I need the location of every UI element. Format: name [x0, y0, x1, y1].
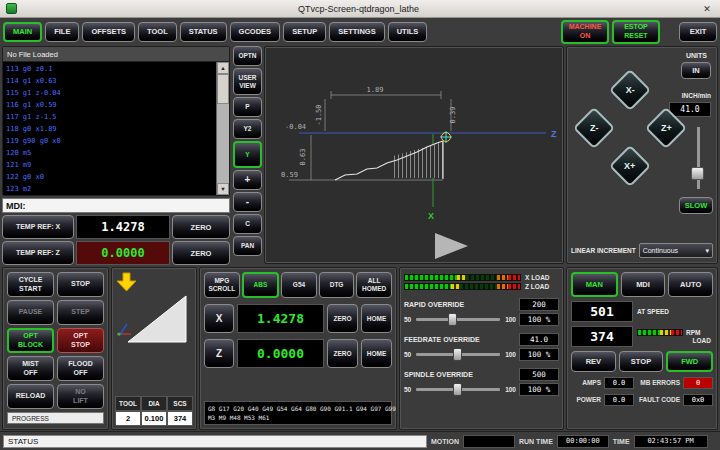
view-p-button[interactable]: P: [233, 97, 262, 117]
dtg-button[interactable]: DTG: [319, 272, 355, 298]
x-zero-button[interactable]: ZERO: [327, 304, 358, 333]
rapid-override-slider[interactable]: [414, 313, 502, 326]
exit-button[interactable]: EXIT: [679, 22, 717, 42]
estop-reset-button[interactable]: ESTOP RESET: [612, 20, 660, 44]
temp-ref-z-button[interactable]: TEMP REF: Z: [2, 241, 74, 265]
spindle-override-slider[interactable]: [414, 383, 502, 396]
scroll-up-icon[interactable]: ▲: [217, 62, 229, 74]
z-home-button[interactable]: HOME: [361, 339, 392, 368]
opt-block-button[interactable]: OPT BLOCK: [7, 328, 54, 353]
jog-x-plus-button[interactable]: X+: [609, 145, 651, 187]
tab-status[interactable]: STATUS: [180, 22, 227, 42]
slider-handle[interactable]: [453, 348, 462, 361]
scroll-down-icon[interactable]: ▼: [217, 183, 229, 195]
jog-rate-slider[interactable]: [691, 127, 705, 189]
scrollbar-track[interactable]: [217, 74, 229, 183]
temp-ref-x-button[interactable]: TEMP REF: X: [2, 215, 74, 239]
pause-button[interactable]: PAUSE: [7, 300, 54, 325]
tab-offsets[interactable]: OFFSETS: [82, 22, 135, 42]
rapid-override-value: 200: [519, 298, 559, 311]
slider-handle[interactable]: [448, 313, 457, 326]
user-view-button[interactable]: USER VIEW: [233, 68, 262, 95]
gcode-line: 117 g1 z-1.5: [6, 111, 213, 123]
all-homed-button[interactable]: ALL HOMED: [356, 272, 392, 298]
z-zero-button[interactable]: ZERO: [327, 339, 358, 368]
tab-settings[interactable]: SETTINGS: [329, 22, 385, 42]
x-axis-select-button[interactable]: X: [204, 304, 234, 333]
gcode-modal-display: G8 G17 G20 G40 G49 G54 G64 G80 G90 G91.1…: [204, 401, 392, 425]
mdi-mode-button[interactable]: MDI: [621, 272, 666, 297]
mdi-entry[interactable]: MDI:: [2, 198, 230, 213]
step-button[interactable]: STEP: [57, 300, 104, 325]
window-title: QTvcp-Screen-qtdragon_lathe: [17, 4, 700, 14]
chevron-down-icon: ▾: [705, 247, 709, 255]
zero-z-button[interactable]: ZERO: [172, 241, 230, 265]
gcode-line: 122 g0 x0: [6, 171, 213, 183]
feedrate-override-slider[interactable]: [414, 348, 502, 361]
dim-label: 1.89: [367, 86, 384, 94]
tab-gcodes[interactable]: GCODES: [230, 22, 281, 42]
tab-setup[interactable]: SETUP: [283, 22, 326, 42]
mist-button[interactable]: MIST OFF: [7, 356, 54, 381]
stop-button[interactable]: STOP: [57, 272, 104, 297]
reload-button[interactable]: RELOAD: [7, 384, 54, 409]
menubar: MAIN FILE OFFSETS TOOL STATUS GCODES SET…: [0, 18, 720, 45]
dim-label: 0.59: [281, 171, 298, 179]
spindle-reverse-button[interactable]: REV: [571, 351, 616, 372]
clear-view-button[interactable]: C: [233, 214, 262, 234]
app-icon: [6, 3, 17, 14]
slider-handle[interactable]: [453, 383, 462, 396]
manual-mode-button[interactable]: MAN: [571, 272, 618, 297]
window-close-icon[interactable]: ✕: [700, 4, 714, 14]
gcode-list[interactable]: 113 g0 z0.1 114 g1 x0.63 115 g1 z-0.04 1…: [3, 62, 229, 195]
tab-file[interactable]: FILE: [45, 22, 79, 42]
flood-button[interactable]: FLOOD OFF: [57, 356, 104, 381]
zoom-out-button[interactable]: -: [233, 192, 262, 212]
z-axis-select-button[interactable]: Z: [204, 339, 234, 368]
jog-x-minus-button[interactable]: X-: [609, 69, 651, 111]
g54-button[interactable]: G54: [281, 272, 317, 298]
tool-number-value: 2: [115, 411, 141, 426]
pan-button[interactable]: PAN: [233, 236, 262, 256]
machine-on-button[interactable]: MACHINE ON: [561, 20, 609, 44]
run-time-label: RUN TIME: [519, 438, 553, 445]
jog-z-minus-button[interactable]: Z-: [573, 107, 615, 149]
tool-table-values: 2 0.100 374: [115, 411, 193, 426]
tab-main[interactable]: MAIN: [3, 22, 42, 42]
dim-label: -1.50: [315, 104, 323, 125]
spindle-stop-button[interactable]: STOP: [619, 351, 664, 372]
dro-mode-row: MPG SCROLL ABS G54 DTG ALL HOMED: [204, 272, 392, 298]
motion-value: [463, 435, 515, 448]
spindle-forward-button[interactable]: FWD: [666, 351, 713, 372]
gcode-lines: 113 g0 z0.1 114 g1 x0.63 115 g1 z-0.04 1…: [3, 62, 216, 195]
slow-mode-button[interactable]: SLOW: [679, 197, 713, 214]
linear-increment-select[interactable]: Continuous ▾: [639, 243, 713, 258]
scrollbar-thumb[interactable]: [217, 74, 229, 104]
amps-errors-row: AMPS 0.0 MB ERRORS 0: [571, 376, 713, 389]
options-view-button[interactable]: OPTN: [233, 46, 262, 66]
rapid-override-group: RAPID OVERRIDE 200 50 100 100 %: [404, 298, 559, 326]
auto-mode-button[interactable]: AUTO: [668, 272, 713, 297]
x-load-label: X LOAD: [525, 273, 559, 282]
zoom-in-button[interactable]: +: [233, 170, 262, 190]
tab-utils[interactable]: UTILS: [388, 22, 428, 42]
zero-x-button[interactable]: ZERO: [172, 215, 230, 239]
titlebar: QTvcp-Screen-qtdragon_lathe ✕: [0, 0, 720, 18]
spindle-rpm-value: 374: [571, 326, 633, 347]
tab-tool[interactable]: TOOL: [138, 22, 177, 42]
view-y-button[interactable]: Y: [233, 141, 262, 168]
gcode-scrollbar[interactable]: ▲ ▼: [216, 62, 229, 195]
abs-button[interactable]: ABS: [242, 272, 280, 298]
jog-x-plus-label: X+: [624, 161, 635, 171]
view-y2-button[interactable]: Y2: [233, 119, 262, 139]
z-load-bar: [404, 283, 521, 290]
cycle-start-button[interactable]: CYCLE START: [7, 272, 54, 297]
x-home-button[interactable]: HOME: [361, 304, 392, 333]
slider-handle[interactable]: [691, 167, 704, 180]
spindle-speed-value: 501: [571, 301, 633, 322]
no-lift-button[interactable]: NO LIFT: [57, 384, 104, 409]
opt-stop-button[interactable]: OPT STOP: [57, 328, 104, 353]
toolpath-preview[interactable]: 1.89 0.39 -1.50 -0.04 0.63 0.59 Z X: [264, 46, 564, 264]
mpg-scroll-button[interactable]: MPG SCROLL: [204, 272, 240, 298]
units-button[interactable]: IN: [681, 62, 711, 79]
